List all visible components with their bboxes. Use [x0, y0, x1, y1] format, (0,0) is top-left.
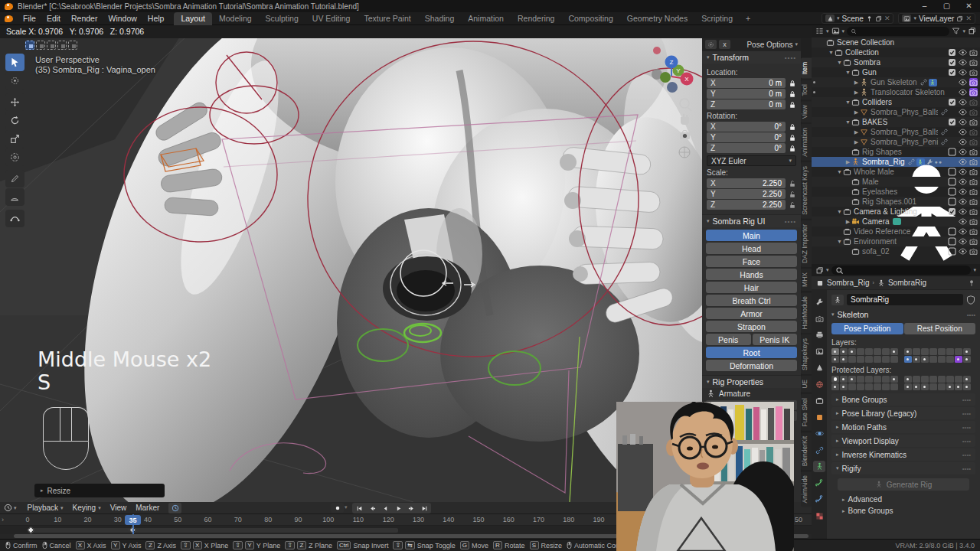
layer-cell[interactable]: [913, 356, 920, 363]
rig-button-root[interactable]: Root: [706, 347, 797, 358]
layer-cell[interactable]: [857, 383, 864, 390]
previous-keyframe-button[interactable]: [366, 504, 378, 513]
layer-cell[interactable]: [946, 356, 954, 363]
select-cursor-icon[interactable]: [68, 41, 77, 50]
sidebar-tab-ue[interactable]: UE: [801, 376, 812, 393]
layer-cell[interactable]: [921, 356, 929, 363]
layer-cell[interactable]: [890, 376, 898, 383]
layer-cell[interactable]: [938, 376, 946, 383]
breadcrumb-object[interactable]: Sombra_Rig: [827, 279, 870, 287]
properties-tab-world[interactable]: [813, 379, 825, 390]
layer-cell[interactable]: [963, 348, 971, 355]
outliner-row-sombra-rig[interactable]: ▶ Sombra_Rig ●●: [812, 157, 980, 167]
layer-cell[interactable]: [963, 383, 971, 390]
data-name-field[interactable]: SombraRig: [847, 294, 963, 305]
outliner-row-male[interactable]: Male: [812, 177, 980, 187]
workspace-tab-animation[interactable]: Animation: [461, 12, 511, 25]
expand-arrow-icon[interactable]: ▼: [836, 209, 843, 214]
tool-rotate[interactable]: [5, 112, 24, 129]
rig-button-main[interactable]: Main: [706, 230, 797, 241]
layer-cell[interactable]: [946, 376, 954, 383]
tool-transform[interactable]: [5, 148, 24, 166]
tool-select-box[interactable]: [5, 54, 24, 71]
rotation-z-field[interactable]: Z0°: [707, 143, 786, 153]
maximize-button[interactable]: ▢: [936, 0, 958, 12]
outliner-row-translocator-skeleton[interactable]: ▶ Translocator Skeleton: [812, 87, 980, 97]
next-keyframe-button[interactable]: [405, 504, 417, 513]
layer-cell[interactable]: [840, 356, 848, 363]
outliner-row-sofa-02[interactable]: sofa_02: [812, 246, 980, 256]
location-y-field[interactable]: Y0 m: [707, 89, 786, 99]
tool-measure[interactable]: [5, 188, 24, 206]
outliner-row-sombra-phys-balls[interactable]: ▶ Sombra_Phys_Balls: [812, 127, 980, 137]
sidebar-tab-mhx[interactable]: MHX: [801, 269, 812, 291]
scale-z-field[interactable]: Z2.250: [707, 200, 786, 210]
rotation-z-lock-icon[interactable]: [789, 145, 796, 152]
close-button[interactable]: ✕: [958, 0, 980, 12]
rig-properties-header[interactable]: ▾ Rig Properties: [702, 375, 801, 388]
outliner-row-gun-skeleton[interactable]: ▶ Gun Skeleton: [812, 77, 980, 87]
expand-arrow-icon[interactable]: ▼: [844, 99, 851, 105]
scale-z-lock-icon[interactable]: [789, 201, 796, 209]
layer-cell[interactable]: [921, 348, 929, 355]
layer-cell[interactable]: [938, 348, 946, 355]
tool-move[interactable]: [5, 93, 24, 111]
rig-button-deformation[interactable]: Deformation: [706, 360, 797, 371]
transform-panel-header[interactable]: ▾ Transform ••••: [702, 51, 801, 64]
pin-icon[interactable]: [866, 15, 873, 22]
scene-selector[interactable]: ▾ Scene ✕: [822, 13, 893, 24]
remove-view-layer-icon[interactable]: ✕: [965, 15, 972, 22]
expand-arrow-icon[interactable]: ▼: [836, 169, 843, 174]
workspace-tab-uv-editing[interactable]: UV Editing: [305, 12, 358, 25]
outliner-row-rig-shapes[interactable]: Rig Shapes: [812, 147, 980, 157]
layer-cell[interactable]: [874, 376, 881, 383]
layer-cell[interactable]: [848, 376, 856, 383]
tool-cursor[interactable]: [5, 72, 24, 90]
location-z-lock-icon[interactable]: [789, 101, 796, 109]
layer-cell[interactable]: [929, 376, 937, 383]
properties-tab-scene[interactable]: [813, 362, 825, 373]
expand-arrow-icon[interactable]: ▼: [828, 50, 835, 55]
select-circle-icon[interactable]: [47, 41, 56, 50]
sidebar-tab-shapekeys[interactable]: Shapekeys: [801, 334, 812, 374]
properties-tab-active-tool[interactable]: [813, 296, 825, 308]
editor-type-icon[interactable]: [815, 266, 824, 275]
layer-cell[interactable]: [946, 383, 954, 390]
layer-cell[interactable]: [857, 356, 864, 363]
blender-menu-icon[interactable]: [5, 15, 13, 22]
layer-cell[interactable]: [831, 356, 839, 363]
rig-button-penis-ik[interactable]: Penis IK: [753, 334, 798, 345]
properties-tab-physics[interactable]: [813, 428, 825, 439]
copy-icon[interactable]: [956, 15, 963, 22]
panel-viewport-display[interactable]: ▸Viewport Display••••: [831, 435, 975, 447]
properties-tab-object[interactable]: [813, 412, 825, 423]
rig-button-breath-ctrl[interactable]: Breath Ctrl: [706, 295, 797, 306]
rest-position-button[interactable]: Rest Position: [904, 323, 976, 334]
properties-tab-collection[interactable]: [813, 395, 825, 406]
layer-cell[interactable]: [963, 376, 971, 383]
workspace-tab-scripting[interactable]: Scripting: [694, 12, 740, 25]
minimize-button[interactable]: –: [913, 0, 936, 12]
layer-cell[interactable]: [857, 376, 864, 383]
outliner-row-collection[interactable]: ▼ Collection: [812, 47, 980, 57]
play-reverse-button[interactable]: [379, 504, 391, 513]
scale-x-field[interactable]: X2.250: [707, 178, 786, 188]
properties-tab-view-layer[interactable]: [813, 346, 825, 357]
rig-dot-red[interactable]: [653, 47, 661, 54]
panel-motion-paths[interactable]: ▸Motion Paths••••: [831, 421, 975, 433]
layer-cell[interactable]: [913, 383, 920, 390]
panel-inverse-kinematics[interactable]: ▸Inverse Kinematics••••: [831, 448, 975, 461]
layer-cell[interactable]: [831, 348, 839, 355]
workspace-tab-modeling[interactable]: Modeling: [212, 12, 259, 25]
skeleton-panel-header[interactable]: ▾ Skeleton ••••: [831, 308, 975, 321]
layer-cell[interactable]: [831, 383, 839, 390]
rotation-y-lock-icon[interactable]: [789, 134, 796, 142]
properties-tab-output[interactable]: [813, 329, 825, 341]
layer-cell[interactable]: [955, 356, 962, 363]
layer-cell[interactable]: [955, 376, 962, 383]
expand-arrow-icon[interactable]: ▶: [853, 90, 860, 96]
rig-button-hair[interactable]: Hair: [706, 282, 797, 293]
layer-cell[interactable]: [904, 356, 912, 363]
workspace-tab-compositing[interactable]: Compositing: [561, 12, 619, 25]
properties-tab-bone[interactable]: [813, 478, 825, 489]
